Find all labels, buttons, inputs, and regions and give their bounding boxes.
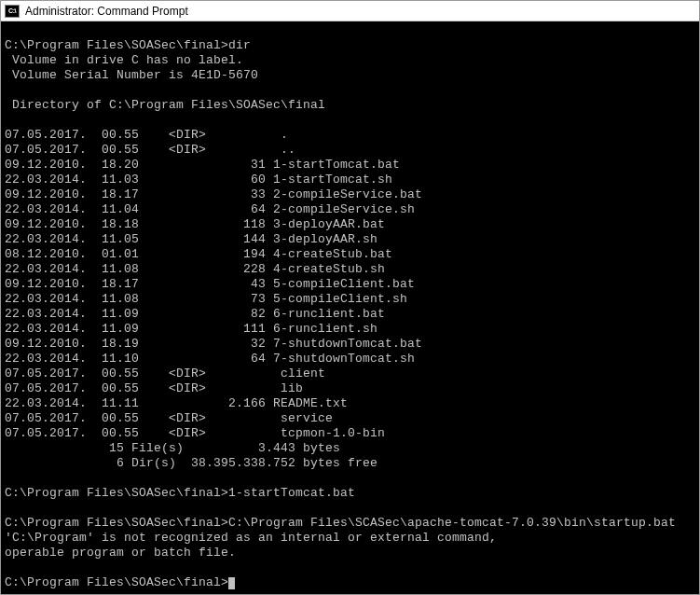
terminal[interactable]: C:\Program Files\SOASec\final>dir Volume… xyxy=(1,21,699,594)
prompt-line: C:\Program Files\SOASec\final> xyxy=(5,575,228,589)
window-title: Administrator: Command Prompt xyxy=(25,5,188,18)
cmd-icon: C:\ xyxy=(5,5,20,18)
cmd-window: C:\ Administrator: Command Prompt C:\Pro… xyxy=(0,0,700,595)
cursor[interactable] xyxy=(228,577,235,589)
titlebar[interactable]: C:\ Administrator: Command Prompt xyxy=(1,1,699,21)
